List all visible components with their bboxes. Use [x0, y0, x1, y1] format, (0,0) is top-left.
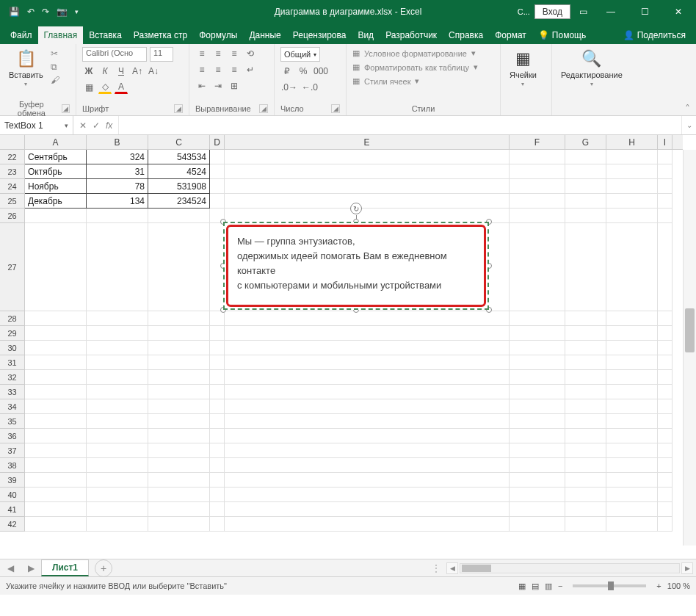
row-header[interactable]: 38	[0, 458, 24, 473]
cell[interactable]	[606, 488, 658, 502]
cell[interactable]	[148, 370, 210, 385]
column-header[interactable]: H	[606, 135, 658, 149]
cell[interactable]	[606, 164, 658, 179]
ribbon-options-icon[interactable]: ▭	[579, 7, 587, 17]
cell[interactable]	[658, 414, 673, 429]
conditional-formatting-button[interactable]: ▦Условное форматирование ▾	[352, 47, 476, 59]
cell[interactable]	[606, 517, 658, 532]
camera-icon[interactable]: 📷	[57, 7, 68, 17]
cell[interactable]	[210, 150, 225, 164]
cell[interactable]: 4524	[148, 164, 210, 179]
cell[interactable]	[510, 473, 565, 488]
cell[interactable]	[210, 443, 225, 458]
normal-view-icon[interactable]: ▦	[518, 581, 526, 591]
cell[interactable]	[225, 311, 510, 326]
cell[interactable]	[565, 473, 606, 488]
row-header[interactable]: 34	[0, 399, 24, 414]
row-header[interactable]: 28	[0, 311, 24, 326]
cell[interactable]	[658, 502, 673, 517]
cut-icon[interactable]: ✂	[51, 48, 59, 59]
cell[interactable]	[565, 223, 606, 311]
cell[interactable]	[510, 209, 565, 223]
cell[interactable]	[25, 443, 87, 458]
editing-button[interactable]: 🔍Редактирование▾	[558, 47, 626, 89]
cell[interactable]	[565, 414, 606, 429]
rotate-handle-icon[interactable]: ↻	[350, 203, 362, 214]
cell[interactable]	[87, 370, 148, 385]
cell[interactable]	[87, 473, 148, 488]
cell[interactable]	[510, 311, 565, 326]
cell[interactable]	[510, 326, 565, 341]
tab-view[interactable]: Вид	[352, 26, 380, 44]
italic-button[interactable]: К	[98, 65, 112, 78]
scroll-right-icon[interactable]: ▶	[681, 562, 693, 574]
cell[interactable]	[510, 355, 565, 370]
cell[interactable]	[606, 443, 658, 458]
cancel-icon[interactable]: ✕	[79, 120, 87, 131]
formula-input[interactable]	[119, 116, 681, 134]
sheet-nav-next-icon[interactable]: ▶	[21, 563, 41, 573]
cell[interactable]: Декабрь	[25, 194, 87, 209]
decrease-indent-icon[interactable]: ⇤	[195, 79, 209, 93]
tab-review[interactable]: Рецензирова	[287, 26, 352, 44]
cell[interactable]	[565, 443, 606, 458]
cell[interactable]	[225, 429, 510, 443]
row-header[interactable]: 35	[0, 414, 24, 429]
merge-icon[interactable]: ⊞	[228, 79, 241, 93]
column-header[interactable]: E	[225, 135, 510, 149]
cell[interactable]	[210, 385, 225, 399]
cell[interactable]: Сентябрь	[25, 150, 87, 164]
cell[interactable]	[210, 458, 225, 473]
signin-button[interactable]: Вход	[534, 4, 570, 19]
borders-icon[interactable]: ▦	[82, 81, 95, 94]
cell[interactable]	[510, 429, 565, 443]
textbox-shape[interactable]: ↻ Мы — группа энтузиастов, одержимых иде…	[223, 222, 489, 310]
cell[interactable]	[606, 341, 658, 355]
cell[interactable]	[565, 209, 606, 223]
select-all-corner[interactable]	[0, 135, 25, 150]
name-box[interactable]: TextBox 1▾	[0, 116, 73, 134]
cell[interactable]	[510, 150, 565, 164]
add-sheet-button[interactable]: +	[95, 559, 112, 577]
cell[interactable]	[510, 443, 565, 458]
cell[interactable]	[225, 179, 510, 194]
cell[interactable]	[87, 458, 148, 473]
scrollbar-thumb[interactable]	[462, 565, 491, 572]
cell[interactable]	[510, 399, 565, 414]
undo-icon[interactable]: ↶	[27, 7, 35, 17]
currency-icon[interactable]: ₽	[280, 65, 294, 78]
cell[interactable]	[210, 473, 225, 488]
row-header[interactable]: 40	[0, 488, 24, 502]
row-header[interactable]: 29	[0, 326, 24, 341]
cell[interactable]	[658, 150, 673, 164]
cell[interactable]	[565, 370, 606, 385]
cell[interactable]: 531908	[148, 179, 210, 194]
cell[interactable]	[565, 355, 606, 370]
align-left-icon[interactable]: ≡	[195, 63, 209, 76]
row-header[interactable]: 22	[0, 150, 24, 164]
cell[interactable]	[225, 502, 510, 517]
wrap-text-icon[interactable]: ↵	[244, 63, 257, 76]
column-header[interactable]: A	[25, 135, 87, 149]
cell[interactable]	[25, 370, 87, 385]
cell[interactable]	[658, 429, 673, 443]
cell[interactable]	[87, 341, 148, 355]
cell[interactable]	[148, 443, 210, 458]
cell[interactable]	[87, 223, 148, 311]
cell[interactable]	[606, 150, 658, 164]
column-header[interactable]: B	[87, 135, 148, 149]
cell[interactable]	[87, 443, 148, 458]
cell[interactable]	[510, 341, 565, 355]
comma-icon[interactable]: 000	[313, 65, 329, 78]
cell[interactable]	[148, 209, 210, 223]
font-size-combo[interactable]: 11	[150, 47, 173, 62]
cell[interactable]	[25, 502, 87, 517]
maximize-button[interactable]: ☐	[630, 0, 659, 23]
cell[interactable]	[25, 414, 87, 429]
cell[interactable]	[606, 414, 658, 429]
cell[interactable]	[606, 223, 658, 311]
cell[interactable]	[565, 399, 606, 414]
row-header[interactable]: 30	[0, 341, 24, 355]
bold-button[interactable]: Ж	[82, 65, 95, 78]
cell[interactable]: 234524	[148, 194, 210, 209]
